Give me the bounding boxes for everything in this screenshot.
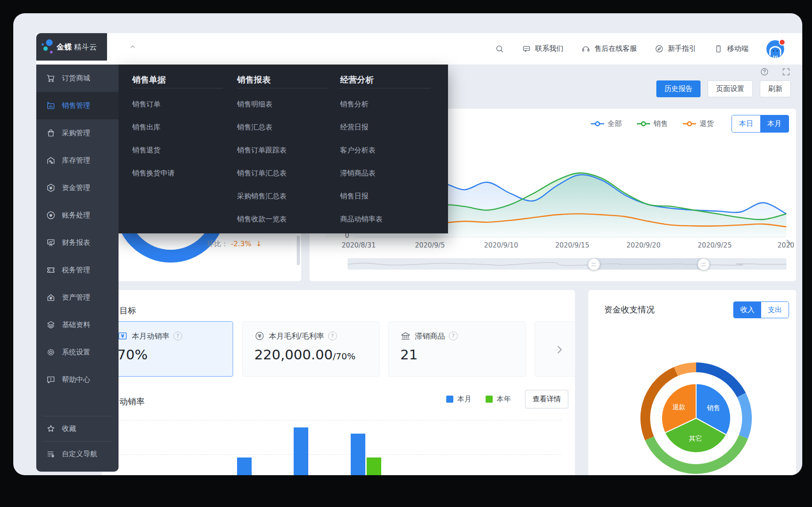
- legend-sales[interactable]: 销售: [637, 119, 668, 129]
- stat-card-gross-profit[interactable]: ¥ 本月毛利/毛利率 ? 220,000.00/70%: [242, 321, 379, 377]
- stat-card-turnover[interactable]: ¥ 本月动销率 ? 70%: [105, 321, 233, 377]
- sidebar-item-sales[interactable]: 销售管理: [36, 92, 119, 119]
- targets-title: 目标: [119, 305, 136, 316]
- brush-handle-left[interactable]: [588, 258, 600, 271]
- x-tick: 2020/9/25: [698, 241, 732, 249]
- history-report-button[interactable]: 历史报告: [656, 80, 701, 97]
- legend-label: 退货: [700, 119, 714, 129]
- coupon-yuan-icon: ¥: [117, 331, 128, 341]
- sidebar-item-assets[interactable]: ¥ 资产管理: [36, 284, 119, 311]
- divider: [340, 88, 431, 88]
- chart-brush-track[interactable]: [348, 258, 786, 270]
- brand-logo[interactable]: 金蝶精斗云: [36, 33, 107, 61]
- bar[interactable]: [294, 427, 308, 475]
- cart-icon: [46, 73, 56, 83]
- menu-item[interactable]: 销售日报: [340, 185, 431, 208]
- divider: [237, 88, 328, 88]
- bar[interactable]: [351, 434, 365, 476]
- sidebar-item-label: 基础资料: [62, 320, 90, 330]
- menu-item[interactable]: 销售出库: [132, 116, 223, 139]
- avatar[interactable]: [766, 40, 785, 58]
- menu-item[interactable]: 销售汇总表: [237, 116, 328, 139]
- menu-item[interactable]: 销售分析: [340, 93, 431, 116]
- sidebar-item-purchase[interactable]: 采购管理: [36, 119, 119, 147]
- menu-item[interactable]: 经营日报: [340, 116, 431, 139]
- sidebar-item-accounting[interactable]: ¥ 账务处理: [36, 202, 119, 229]
- help-icon[interactable]: ?: [328, 332, 337, 340]
- sidebar-item-label: 账务处理: [62, 211, 90, 220]
- menu-item[interactable]: 销售明细表: [237, 93, 328, 116]
- menu-item[interactable]: 滞销商品表: [340, 162, 431, 185]
- sidebar-item-custom-nav[interactable]: 自定义导航: [36, 442, 119, 466]
- sidebar-item-favorites[interactable]: 收藏: [36, 416, 119, 441]
- warehouse-icon: [46, 156, 56, 165]
- sidebar-item-order-mall[interactable]: 订货商城: [36, 65, 119, 92]
- menu-item[interactable]: 销售退货: [132, 139, 223, 162]
- brush-handle-right[interactable]: [697, 258, 710, 271]
- topbar-item-guide[interactable]: 新手指引: [655, 44, 696, 53]
- search-icon[interactable]: [495, 44, 504, 53]
- circle-yuan-icon: ¥: [46, 210, 56, 220]
- menu-item[interactable]: 销售订单: [132, 93, 223, 116]
- funds-toggle-expense[interactable]: 支出: [761, 302, 789, 318]
- funds-title: 资金收支情况: [604, 304, 655, 316]
- view-details-button[interactable]: 查看详情: [525, 390, 568, 408]
- range-toggle-month[interactable]: 本月: [760, 115, 789, 132]
- funds-toggle-income[interactable]: 收入: [734, 302, 761, 318]
- sidebar-item-tax[interactable]: 税务管理: [36, 256, 119, 284]
- stat-value: 220,000.00/70%: [243, 341, 379, 362]
- page-toolbar: 历史报告 页面设置 刷新: [656, 80, 791, 97]
- help-icon[interactable]: ?: [449, 332, 458, 340]
- ratio-value: -2.3%: [231, 240, 251, 248]
- targets-card: 目标 ¥ 本月动销率 ? 70% ¥ 本月毛利/毛利率 ? 220,000.00…: [102, 290, 575, 475]
- menu-item[interactable]: 销售订单跟踪表: [237, 139, 328, 162]
- sidebar-item-label: 收藏: [62, 424, 76, 434]
- sidebar-item-help-center[interactable]: 帮助中心: [36, 366, 119, 393]
- fullscreen-icon[interactable]: [781, 67, 791, 76]
- topbar-item-mobile[interactable]: 移动端: [714, 44, 748, 53]
- help-icon[interactable]: [760, 67, 769, 76]
- funds-donut-chart: 销售其它退款: [638, 360, 755, 475]
- stat-label: 本月动销率: [132, 331, 169, 341]
- menu-item[interactable]: 客户分析表: [340, 139, 431, 162]
- grip-icon: [592, 263, 596, 266]
- sidebar-item-finance-report[interactable]: 财务报表: [36, 229, 119, 256]
- sidebar-item-settings[interactable]: 系统设置: [36, 339, 119, 366]
- menu-item[interactable]: 销售订单汇总表: [237, 162, 328, 185]
- sidebar-item-label: 库存管理: [62, 156, 90, 165]
- legend-returns[interactable]: 退货: [683, 119, 714, 129]
- page-setup-button[interactable]: 页面设置: [708, 80, 753, 97]
- refresh-button[interactable]: 刷新: [760, 80, 791, 97]
- sidebar-item-base-data[interactable]: 基础资料: [36, 311, 119, 339]
- x-tick: 2020/9/15: [555, 241, 590, 249]
- menu-item[interactable]: 销售换货申请: [132, 162, 223, 185]
- topbar-item-label: 新手指引: [668, 44, 696, 53]
- sidebar-item-inventory[interactable]: 库存管理: [36, 147, 119, 174]
- legend-label: 本年: [497, 395, 511, 404]
- topbar-item-support[interactable]: 售后在线客服: [581, 44, 637, 53]
- menu-item[interactable]: 采购销售汇总表: [237, 185, 328, 208]
- stat-card-slow-moving[interactable]: 滞销商品 ? 21: [388, 321, 526, 377]
- sidebar-item-label: 销售管理: [62, 101, 90, 111]
- headset-icon: [581, 44, 590, 53]
- chart-next-icon[interactable]: [783, 238, 794, 251]
- menu-item[interactable]: 商品动销率表: [340, 208, 431, 231]
- topbar-item-contact[interactable]: 联系我们: [522, 44, 563, 53]
- legend-all[interactable]: 全部: [591, 119, 622, 129]
- svg-text:¥: ¥: [121, 333, 124, 339]
- sidebar: 订货商城 销售管理 采购管理 库存管理 ¥ 资金管理 ¥ 账务处理: [36, 65, 119, 472]
- range-toggle-today[interactable]: 本日: [732, 115, 760, 132]
- star-icon: [46, 424, 56, 434]
- compass-icon: [655, 44, 664, 53]
- cards-next-icon[interactable]: [554, 344, 565, 357]
- bar[interactable]: [367, 457, 381, 476]
- legend-this-month[interactable]: 本月: [446, 395, 471, 404]
- help-icon[interactable]: ?: [173, 332, 182, 340]
- menu-item[interactable]: 销售收款一览表: [237, 208, 328, 231]
- bar[interactable]: [237, 457, 252, 476]
- gridline: [116, 420, 561, 420]
- legend-this-year[interactable]: 本年: [486, 395, 511, 404]
- sidebar-item-funds[interactable]: ¥ 资金管理: [36, 174, 119, 202]
- collapse-caret-icon[interactable]: [129, 43, 136, 52]
- card-scrollbar[interactable]: [297, 236, 300, 265]
